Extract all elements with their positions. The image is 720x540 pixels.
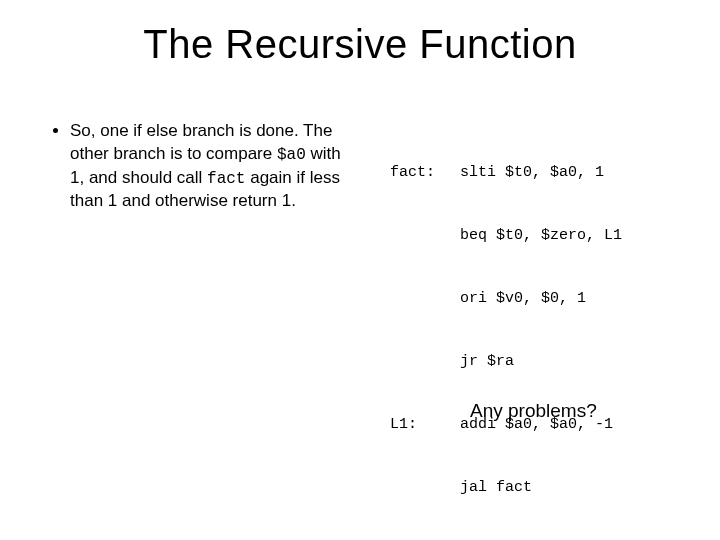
- code-label: [390, 351, 460, 372]
- slide: The Recursive Function So, one if else b…: [0, 0, 720, 540]
- code-label: fact:: [390, 162, 460, 183]
- footer-question: Any problems?: [470, 400, 597, 422]
- code-instr: jal fact: [460, 477, 700, 498]
- code-instr: slti $t0, $a0, 1: [460, 162, 700, 183]
- code-instr: jr $ra: [460, 351, 700, 372]
- code-line: jal fact: [390, 477, 700, 498]
- slide-title: The Recursive Function: [0, 22, 720, 67]
- code-label: [390, 477, 460, 498]
- code-instr: ori $v0, $0, 1: [460, 288, 700, 309]
- code-label: [390, 225, 460, 246]
- code-block: fact:slti $t0, $a0, 1 beq $t0, $zero, L1…: [390, 120, 700, 540]
- code-line: fact:slti $t0, $a0, 1: [390, 162, 700, 183]
- code-line: ori $v0, $0, 1: [390, 288, 700, 309]
- bullet-block: So, one if else branch is done. The othe…: [50, 120, 350, 213]
- bullet-func: fact: [207, 170, 245, 188]
- code-label: L1:: [390, 414, 460, 435]
- code-instr: beq $t0, $zero, L1: [460, 225, 700, 246]
- bullet-reg: $a0: [277, 146, 306, 164]
- bullet-item: So, one if else branch is done. The othe…: [70, 120, 350, 213]
- code-line: beq $t0, $zero, L1: [390, 225, 700, 246]
- code-label: [390, 288, 460, 309]
- code-line: jr $ra: [390, 351, 700, 372]
